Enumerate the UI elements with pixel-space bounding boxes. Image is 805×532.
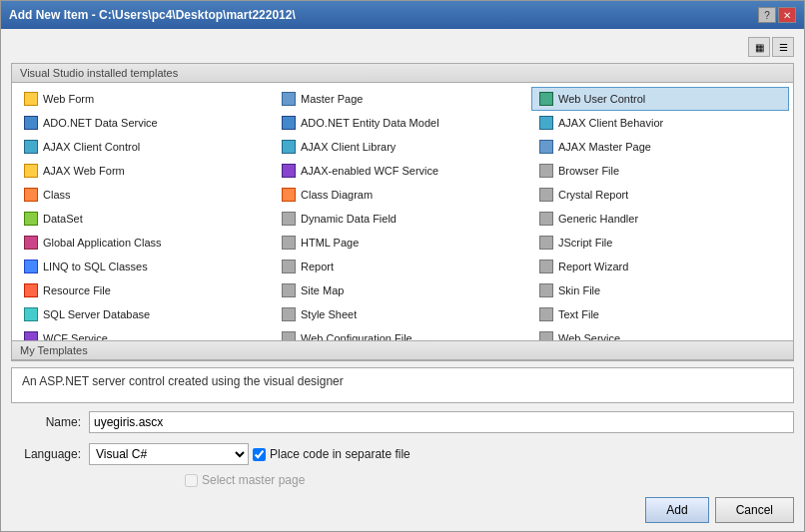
- description-area: An ASP.NET server control created using …: [11, 367, 794, 403]
- cancel-button[interactable]: Cancel: [715, 497, 794, 523]
- report-wizard-icon: [538, 259, 554, 274]
- resource-file-label: Resource File: [43, 284, 111, 296]
- html-page-icon: [281, 235, 297, 251]
- add-new-item-dialog: Add New Item - C:\Users\pc4\Desktop\mart…: [0, 0, 805, 532]
- adonet-data-service-label: ADO.NET Data Service: [43, 117, 158, 129]
- site-map-label: Site Map: [301, 284, 344, 296]
- template-adonet-data-service[interactable]: ADO.NET Data Service: [16, 111, 274, 135]
- ajax-wcf-label: AJAX-enabled WCF Service: [301, 165, 438, 177]
- template-class-diagram[interactable]: Class Diagram: [274, 183, 531, 207]
- template-dynamic-data-field[interactable]: Dynamic Data Field: [274, 207, 531, 231]
- toolbar-row: ▦ ☰: [11, 37, 794, 57]
- view-list-button[interactable]: ☰: [772, 37, 794, 57]
- ajax-master-page-label: AJAX Master Page: [558, 141, 651, 153]
- template-web-config[interactable]: Web Configuration File: [274, 326, 531, 340]
- template-master-page[interactable]: Master Page: [274, 87, 531, 111]
- template-global-app[interactable]: Global Application Class: [16, 231, 274, 255]
- site-map-icon: [281, 282, 297, 298]
- jscript-file-label: JScript File: [558, 237, 612, 249]
- linq-sql-label: LINQ to SQL Classes: [43, 261, 148, 272]
- select-master-checkbox[interactable]: [185, 474, 198, 487]
- ajax-client-behavior-icon: [538, 115, 554, 131]
- template-ajax-client-control[interactable]: AJAX Client Control: [16, 135, 274, 159]
- sql-server-db-label: SQL Server Database: [43, 308, 150, 320]
- skin-file-label: Skin File: [558, 284, 600, 296]
- button-row: Add Cancel: [11, 493, 794, 523]
- template-generic-handler[interactable]: Generic Handler: [531, 207, 789, 231]
- linq-sql-icon: [23, 259, 39, 274]
- title-bar: Add New Item - C:\Users\pc4\Desktop\mart…: [1, 1, 804, 29]
- dialog-title: Add New Item - C:\Users\pc4\Desktop\mart…: [9, 8, 296, 22]
- language-select[interactable]: Visual C# Visual Basic F#: [89, 443, 249, 465]
- adonet-entity-label: ADO.NET Entity Data Model: [301, 117, 439, 129]
- class-diagram-icon: [281, 187, 297, 203]
- dataset-label: DataSet: [43, 213, 83, 225]
- browser-file-label: Browser File: [558, 165, 619, 177]
- template-wcf-service[interactable]: WCF Service: [16, 326, 274, 340]
- close-button[interactable]: ✕: [778, 7, 796, 23]
- global-app-icon: [23, 235, 39, 251]
- wcf-service-icon: [23, 330, 39, 340]
- template-ajax-client-library[interactable]: AJAX Client Library: [274, 135, 531, 159]
- report-label: Report: [301, 261, 334, 272]
- templates-grid: Web Form Master Page Web User Control AD…: [12, 83, 793, 340]
- template-adonet-entity[interactable]: ADO.NET Entity Data Model: [274, 111, 531, 135]
- ajax-web-form-icon: [23, 163, 39, 179]
- add-button[interactable]: Add: [645, 497, 708, 523]
- template-report[interactable]: Report: [274, 255, 531, 278]
- language-select-wrap: Visual C# Visual Basic F# Place code in …: [89, 443, 794, 465]
- template-skin-file[interactable]: Skin File: [531, 278, 789, 302]
- web-form-icon: [23, 91, 39, 107]
- web-config-label: Web Configuration File: [301, 332, 412, 340]
- template-resource-file[interactable]: Resource File: [16, 278, 274, 302]
- template-ajax-master-page[interactable]: AJAX Master Page: [531, 135, 789, 159]
- template-dataset[interactable]: DataSet: [16, 207, 274, 231]
- template-html-page[interactable]: HTML Page: [274, 231, 531, 255]
- style-sheet-icon: [281, 306, 297, 322]
- template-sql-server-db[interactable]: SQL Server Database: [16, 302, 274, 326]
- template-text-file[interactable]: Text File: [531, 302, 789, 326]
- wcf-service-label: WCF Service: [43, 332, 108, 340]
- style-sheet-label: Style Sheet: [301, 308, 357, 320]
- crystal-report-label: Crystal Report: [558, 189, 628, 201]
- dynamic-data-field-label: Dynamic Data Field: [301, 213, 397, 225]
- template-area: Visual Studio installed templates Web Fo…: [11, 63, 794, 361]
- template-jscript-file[interactable]: JScript File: [531, 231, 789, 255]
- template-class[interactable]: Class: [16, 183, 274, 207]
- my-templates-header: My Templates: [12, 340, 793, 360]
- name-input[interactable]: [89, 411, 794, 433]
- adonet-data-service-icon: [23, 115, 39, 131]
- dynamic-data-field-icon: [281, 211, 297, 227]
- dialog-body: ▦ ☰ Visual Studio installed templates We…: [1, 29, 804, 531]
- ajax-client-control-label: AJAX Client Control: [43, 141, 140, 153]
- master-page-icon: [281, 91, 297, 107]
- resource-file-icon: [23, 282, 39, 298]
- web-user-control-label: Web User Control: [558, 93, 645, 105]
- name-row: Name:: [11, 409, 794, 435]
- template-site-map[interactable]: Site Map: [274, 278, 531, 302]
- template-style-sheet[interactable]: Style Sheet: [274, 302, 531, 326]
- help-button[interactable]: ?: [758, 7, 776, 23]
- template-ajax-web-form[interactable]: AJAX Web Form: [16, 159, 274, 183]
- place-code-label: Place code in separate file: [270, 447, 410, 461]
- web-service-label: Web Service: [558, 332, 620, 340]
- view-icons-button[interactable]: ▦: [748, 37, 770, 57]
- template-crystal-report[interactable]: Crystal Report: [531, 183, 789, 207]
- template-browser-file[interactable]: Browser File: [531, 159, 789, 183]
- template-ajax-wcf[interactable]: AJAX-enabled WCF Service: [274, 159, 531, 183]
- place-code-checkbox[interactable]: [253, 448, 266, 461]
- ajax-wcf-icon: [281, 163, 297, 179]
- browser-file-icon: [538, 163, 554, 179]
- title-bar-buttons: ? ✕: [758, 7, 796, 23]
- template-linq-sql[interactable]: LINQ to SQL Classes: [16, 255, 274, 278]
- text-file-label: Text File: [558, 308, 599, 320]
- report-icon: [281, 259, 297, 274]
- template-web-form[interactable]: Web Form: [16, 87, 274, 111]
- template-web-service[interactable]: Web Service: [531, 326, 789, 340]
- template-report-wizard[interactable]: Report Wizard: [531, 255, 789, 278]
- language-row: Language: Visual C# Visual Basic F# Plac…: [11, 441, 794, 467]
- template-ajax-client-behavior[interactable]: AJAX Client Behavior: [531, 111, 789, 135]
- ajax-client-library-label: AJAX Client Library: [301, 141, 396, 153]
- ajax-client-control-icon: [23, 139, 39, 155]
- template-web-user-control[interactable]: Web User Control: [531, 87, 789, 111]
